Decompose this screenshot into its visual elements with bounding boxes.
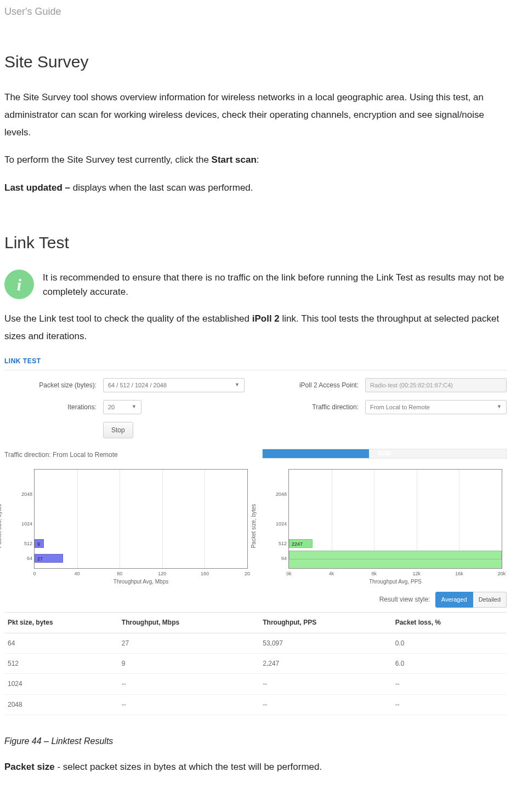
info-note: i It is recommended to ensure that there… <box>4 270 507 299</box>
packet-size-desc: Packet size - select packet sizes in byt… <box>4 758 507 776</box>
panel-title: LINK TEST <box>4 356 507 370</box>
cell: 0.0 <box>392 633 507 653</box>
text: Use the Link test tool to check the qual… <box>4 313 252 324</box>
table-row: 2048 -- -- -- <box>4 694 507 714</box>
text: To perform the Site Survey test currentl… <box>4 155 212 165</box>
ytick: 1024 <box>21 520 35 528</box>
cell: -- <box>118 694 259 714</box>
chart-ylabel: Packet size, bytes <box>249 504 258 548</box>
progress-label: 35/80 <box>263 449 506 458</box>
packet-size-label: Packet size (bytes): <box>4 380 103 391</box>
bar-label: 27 <box>37 554 43 563</box>
ytick: 1024 <box>276 520 289 528</box>
page-header: User's Guide <box>4 3 507 20</box>
table-row: 512 9 2,247 6.0 <box>4 653 507 673</box>
text: : <box>257 155 259 165</box>
cell: -- <box>259 674 391 694</box>
form-area: Packet size (bytes): 64 / 512 / 1024 / 2… <box>4 378 507 446</box>
iterations-select[interactable]: 20▼ <box>103 400 141 414</box>
start-scan-bold: Start scan <box>212 155 257 165</box>
ytick: 64 <box>281 554 289 563</box>
text: - select packet sizes in bytes at which … <box>55 762 322 772</box>
col-pktsize: Pkt size, bytes <box>4 613 118 633</box>
link-test-heading: Link Test <box>4 228 507 256</box>
table-row: 64 27 53,097 0.0 <box>4 633 507 653</box>
chevron-down-icon: ▼ <box>497 403 502 411</box>
chevron-down-icon: ▼ <box>132 403 137 411</box>
ipoll2-bold: iPoll 2 <box>252 313 280 324</box>
table-row: 1024 -- -- -- <box>4 674 507 694</box>
site-survey-heading: Site Survey <box>4 48 507 76</box>
direction-select[interactable]: From Local to Remote▼ <box>365 400 507 414</box>
info-icon: i <box>4 270 34 299</box>
toggle-averaged[interactable]: Averaged <box>435 592 473 608</box>
ytick: 512 <box>24 540 35 548</box>
col-loss: Packet loss, % <box>392 613 507 633</box>
bar-64: 27 <box>35 554 63 563</box>
cell: 2048 <box>4 694 118 714</box>
stop-button[interactable]: Stop <box>103 422 133 438</box>
col-pps: Throughput, PPS <box>259 613 391 633</box>
cell: 27 <box>118 633 259 653</box>
packet-size-select[interactable]: 64 / 512 / 1024 / 2048▼ <box>103 378 245 392</box>
charts-row: Packet size, bytes 64 512 1024 2048 0 40… <box>4 466 507 586</box>
last-updated-line: Last updated – displays when the last sc… <box>4 179 507 197</box>
site-survey-para2: To perform the Site Survey test currentl… <box>4 151 507 169</box>
cell: 1024 <box>4 674 118 694</box>
cell: -- <box>392 694 507 714</box>
cell: -- <box>118 674 259 694</box>
bar-label: 2247 <box>292 540 303 548</box>
chart-xlabel: Throughput Avg, Mbps <box>34 577 248 586</box>
ytick: 64 <box>27 554 35 563</box>
chart-pps: Packet size, bytes 64 512 1024 2048 0k 4… <box>259 466 507 586</box>
text: displays when the last scan was performe… <box>73 182 253 193</box>
cell: 53,097 <box>259 633 391 653</box>
ytick: 2048 <box>21 490 35 499</box>
bar-label: 9 <box>37 540 40 548</box>
traffic-direction-text: Traffic direction: From Local to Remote <box>4 449 118 460</box>
cell: 64 <box>4 633 118 653</box>
cell: 512 <box>4 653 118 673</box>
chart-xlabel: Throughput Avg, PPS <box>288 577 502 586</box>
ytick: 2048 <box>276 490 289 499</box>
link-test-para: Use the Link test tool to check the qual… <box>4 310 507 346</box>
col-mbps: Throughput, Mbps <box>118 613 259 633</box>
ap-label: iPoll 2 Access Point: <box>266 380 365 391</box>
cell: 6.0 <box>392 653 507 673</box>
cell: -- <box>392 674 507 694</box>
link-test-panel: LINK TEST Packet size (bytes): 64 / 512 … <box>4 356 507 715</box>
chevron-down-icon: ▼ <box>235 381 240 389</box>
bar-bg-64 <box>289 551 502 559</box>
packet-size-value: 64 / 512 / 1024 / 2048 <box>108 380 167 391</box>
iterations-value: 20 <box>108 402 115 413</box>
chart-frame: 64 512 1024 2048 0k 4k 8k 12k 16k 20k 22… <box>288 469 502 569</box>
chart-ylabel: Packet size, bytes <box>0 504 4 548</box>
iterations-label: Iterations: <box>4 402 103 413</box>
bar-bg <box>289 559 502 568</box>
cell: -- <box>259 694 391 714</box>
cell: 2,247 <box>259 653 391 673</box>
result-style-label: Result view style: <box>379 596 430 603</box>
toggle-detailed[interactable]: Detailed <box>473 592 507 608</box>
results-table: Pkt size, bytes Throughput, Mbps Through… <box>4 612 507 715</box>
ap-field <box>365 378 507 392</box>
packet-size-bold: Packet size <box>4 762 55 772</box>
site-survey-para1: The Site Survey tool shows overview info… <box>4 89 507 142</box>
bar-512: 2247 <box>289 539 313 548</box>
bar-512: 9 <box>35 539 44 548</box>
direction-label: Traffic direction: <box>266 402 365 413</box>
figure-caption: Figure 44 – Linktest Results <box>4 734 507 748</box>
ytick: 512 <box>279 540 289 548</box>
chart-frame: 64 512 1024 2048 0 40 80 120 160 20 27 9 <box>34 469 248 569</box>
chart-mbps: Packet size, bytes 64 512 1024 2048 0 40… <box>4 466 252 586</box>
result-view-style: Result view style: Averaged Detailed <box>4 592 507 608</box>
last-updated-bold: Last updated – <box>4 182 73 193</box>
info-note-text: It is recommended to ensure that there i… <box>43 270 507 299</box>
direction-value: From Local to Remote <box>370 402 430 413</box>
progress-bar: 35/80 <box>262 449 507 459</box>
cell: 9 <box>118 653 259 673</box>
